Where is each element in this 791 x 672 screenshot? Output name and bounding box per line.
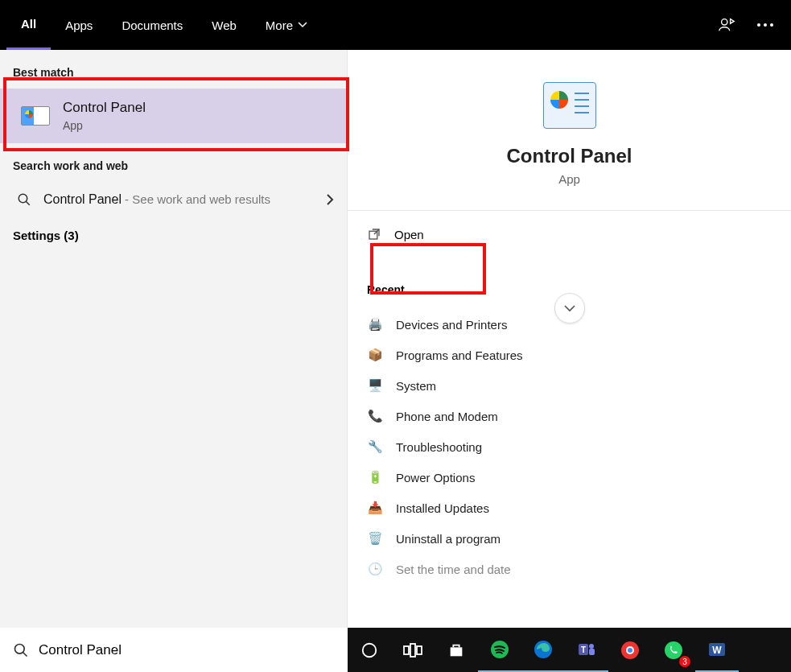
svg-point-2 — [764, 23, 767, 27]
control-panel-icon — [543, 82, 596, 129]
svg-point-9 — [363, 643, 377, 657]
tab-documents[interactable]: Documents — [107, 0, 197, 50]
taskbar-chrome[interactable] — [608, 628, 652, 672]
printer-icon: 🖨️ — [367, 316, 383, 332]
taskbar-cortana[interactable] — [348, 628, 391, 672]
svg-text:W: W — [712, 645, 722, 656]
results-panel: Best match Control Panel App Search work… — [0, 50, 348, 628]
taskbar-word[interactable]: W — [695, 628, 739, 672]
tab-web[interactable]: Web — [197, 0, 251, 50]
recent-uninstall-a-program[interactable]: 🗑️Uninstall a program — [367, 523, 772, 554]
expand-button[interactable] — [554, 293, 585, 324]
settings-results[interactable]: Settings (3) — [0, 217, 347, 254]
tab-apps[interactable]: Apps — [51, 0, 107, 50]
open-action[interactable]: Open — [348, 211, 791, 258]
search-icon — [13, 642, 29, 658]
feedback-icon[interactable] — [707, 0, 746, 50]
search-filter-tabs: All Apps Documents Web More — [0, 0, 791, 50]
web-result-title: Control Panel — [43, 192, 122, 206]
recent-system[interactable]: 🖥️System — [367, 370, 772, 401]
preview-hero: Control Panel App — [348, 50, 791, 211]
preview-panel: Control Panel App Open Recent 🖨️Devices … — [348, 50, 791, 628]
svg-text:T: T — [581, 645, 586, 654]
svg-point-0 — [722, 19, 727, 25]
taskbar-store[interactable] — [435, 628, 478, 672]
taskbar-taskview[interactable] — [391, 628, 435, 672]
svg-rect-12 — [417, 646, 422, 654]
svg-rect-18 — [589, 649, 595, 655]
svg-point-3 — [770, 23, 773, 27]
recent-programs-and-features[interactable]: 📦Programs and Features — [367, 340, 772, 370]
taskbar-edge[interactable] — [521, 628, 565, 672]
svg-point-4 — [19, 194, 27, 203]
monitor-icon: 🖥️ — [367, 377, 383, 394]
recent-installed-updates[interactable]: 📥Installed Updates — [367, 493, 772, 523]
taskbar-spotify[interactable] — [478, 628, 521, 672]
svg-point-21 — [628, 648, 632, 653]
preview-subtitle: App — [558, 172, 580, 186]
svg-point-1 — [757, 23, 760, 27]
chevron-down-icon — [298, 22, 307, 28]
wrench-icon: 🔧 — [367, 439, 383, 455]
clock-icon: 🕒 — [367, 561, 383, 577]
best-match-subtitle: App — [63, 119, 146, 132]
phone-icon: 📞 — [367, 408, 383, 424]
tab-more[interactable]: More — [251, 0, 322, 50]
updates-icon: 📥 — [367, 500, 383, 516]
svg-rect-10 — [404, 646, 409, 654]
svg-rect-11 — [410, 644, 415, 657]
web-result-hint: - See work and web results — [122, 192, 270, 206]
taskbar-search[interactable] — [0, 628, 348, 672]
search-input[interactable] — [39, 642, 335, 658]
svg-line-8 — [23, 652, 27, 656]
best-match-control-panel[interactable]: Control Panel App — [0, 89, 347, 143]
taskbar-whatsapp[interactable]: 3 — [652, 628, 695, 672]
web-result-control-panel[interactable]: Control Panel - See work and web results — [0, 182, 347, 217]
search-icon — [16, 192, 32, 207]
recent-power-options[interactable]: 🔋Power Options — [367, 462, 772, 493]
open-label: Open — [394, 228, 424, 241]
search-web-label: Search work and web — [0, 143, 347, 182]
svg-point-17 — [589, 644, 594, 649]
svg-point-7 — [15, 644, 25, 653]
best-match-title: Control Panel — [63, 100, 146, 116]
svg-point-22 — [665, 641, 682, 659]
uninstall-icon: 🗑️ — [367, 530, 383, 546]
open-icon — [367, 227, 381, 241]
control-panel-icon — [21, 106, 50, 126]
recent-phone-and-modem[interactable]: 📞Phone and Modem — [367, 401, 772, 431]
box-icon: 📦 — [367, 347, 383, 363]
recent-set-the-time-and-date[interactable]: 🕒Set the time and date — [367, 554, 772, 584]
notification-badge: 3 — [679, 656, 690, 667]
svg-line-5 — [26, 201, 30, 205]
preview-title: Control Panel — [506, 145, 632, 167]
tab-more-label: More — [266, 19, 293, 32]
tab-all[interactable]: All — [6, 0, 51, 50]
best-match-label: Best match — [0, 50, 347, 89]
power-icon: 🔋 — [367, 469, 383, 485]
recent-troubleshooting[interactable]: 🔧Troubleshooting — [367, 431, 772, 462]
taskbar: T 3 W — [0, 628, 791, 672]
options-icon[interactable] — [746, 0, 785, 50]
taskbar-teams[interactable]: T — [565, 628, 608, 672]
chevron-right-icon — [326, 193, 334, 206]
